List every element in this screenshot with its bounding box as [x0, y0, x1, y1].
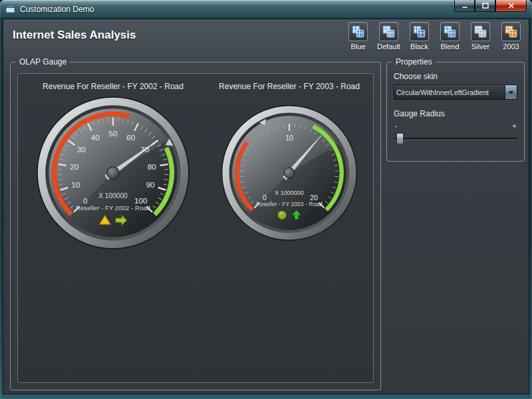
gauge-multiplier-label: X 100000: [98, 192, 128, 200]
svg-text:90: 90: [146, 180, 156, 189]
minimize-icon: [462, 3, 468, 9]
gauge-caption: Reseller - FY 2002 - Road: [76, 204, 150, 211]
skin-button-label: Blend: [440, 43, 459, 51]
skin-select-value: CircularWithInnerLeftGradient: [394, 88, 505, 96]
svg-text:80: 80: [148, 162, 157, 171]
skin-grid-icon: [505, 25, 517, 38]
svg-text:30: 30: [77, 145, 86, 154]
gauge-fy2002: 0102030405060708090100X 100000Reseller -…: [35, 95, 191, 251]
window-controls: [454, 0, 527, 12]
gauge-title-fy2002: Revenue For Reseller - FY 2002 - Road: [43, 82, 184, 91]
skin-button-blue[interactable]: Blue: [344, 22, 372, 51]
skin-select-arrow-button[interactable]: [505, 85, 517, 99]
olap-gauge-group: OLAP Gauge Revenue For Reseller - FY 200…: [10, 62, 381, 390]
maximize-icon: [482, 3, 489, 9]
svg-text:10: 10: [71, 180, 80, 189]
svg-text:60: 60: [126, 133, 136, 142]
skin-button-label: Default: [377, 43, 400, 51]
close-icon: [508, 3, 515, 9]
window-title: Customization Demo: [20, 5, 94, 14]
gauge-title-fy2003: Revenue For Reseller - FY 2003 - Road: [219, 82, 360, 91]
properties-group: Properties Choose skin CircularWithInner…: [386, 62, 525, 162]
svg-text:100: 100: [134, 196, 148, 205]
titlebar[interactable]: Customization Demo: [0, 0, 532, 19]
skin-button-silver[interactable]: Silver: [467, 22, 494, 51]
gauge-fy2003: 01020X 1000000Reseller - FY 2003 - Road: [220, 104, 358, 242]
gauge-hub: [284, 168, 295, 178]
gauge-multiplier-label: X 1000000: [275, 190, 304, 196]
minimize-button[interactable]: [454, 0, 475, 12]
svg-text:10: 10: [285, 134, 293, 142]
slider-minus-label: -: [394, 122, 397, 131]
svg-text:40: 40: [91, 133, 100, 142]
skin-button-label: Silver: [471, 43, 490, 51]
skin-grid-icon: [413, 25, 426, 38]
skin-grid-icon: [444, 25, 456, 38]
svg-text:20: 20: [70, 162, 79, 171]
maximize-button[interactable]: [475, 0, 495, 12]
skin-button-black[interactable]: Black: [406, 22, 433, 51]
skin-button-label: Blue: [350, 43, 365, 51]
gauge-caption: Reseller - FY 2003 - Road: [256, 201, 323, 207]
svg-text:50: 50: [108, 129, 118, 138]
skin-toolbar: Blue Default: [344, 22, 525, 51]
skin-button-default[interactable]: Default: [375, 22, 402, 51]
skin-button-blend[interactable]: Blend: [436, 22, 464, 51]
svg-text:0: 0: [83, 196, 88, 205]
skin-grid-icon: [352, 25, 364, 38]
gauge-radius-label: Gauge Radius: [394, 109, 517, 118]
window-icon: [5, 4, 16, 15]
green-circle-icon: [278, 211, 287, 219]
slider-plus-label: +: [512, 122, 517, 131]
skin-button-label: 2003: [503, 43, 519, 51]
skin-grid-icon: [382, 25, 395, 38]
gauge-hub: [107, 167, 119, 179]
skin-button-label: Black: [410, 43, 428, 51]
properties-group-title: Properties: [392, 57, 436, 67]
choose-skin-label: Choose skin: [394, 72, 517, 81]
gauge-radius-slider-thumb[interactable]: [396, 133, 404, 144]
gauge-radius-slider-track[interactable]: [394, 138, 517, 140]
gauge-radius-slider[interactable]: [394, 132, 517, 144]
skin-select[interactable]: CircularWithInnerLeftGradient: [394, 84, 517, 100]
olap-gauge-group-title: OLAP Gauge: [16, 57, 70, 67]
skin-button-2003[interactable]: 2003: [497, 22, 525, 51]
page-title: Internet Sales Analysis: [13, 29, 136, 42]
app-window: Customization Demo Internet Sales Analys…: [0, 0, 532, 399]
gauge-panel: Revenue For Reseller - FY 2002 - Road 01…: [17, 73, 374, 383]
close-button[interactable]: [495, 0, 527, 12]
chevron-down-icon: [508, 90, 514, 94]
skin-grid-icon: [474, 25, 487, 38]
